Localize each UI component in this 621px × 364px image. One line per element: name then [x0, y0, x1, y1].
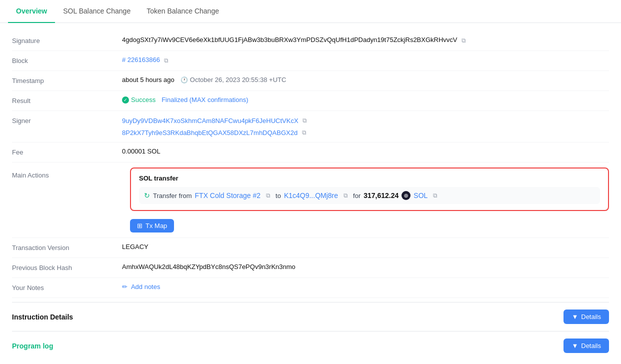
previous-block-hash-label: Previous Block Hash — [12, 263, 122, 272]
main-actions-label: Main Actions — [12, 168, 122, 179]
clock-icon: 🕐 — [180, 76, 188, 84]
previous-block-hash-row: Previous Block Hash AmhxWAQUk2dL48bqKZYp… — [12, 258, 609, 278]
fee-row: Fee 0.00001 SOL — [12, 142, 609, 162]
tx-map-grid-icon: ⊞ — [137, 222, 142, 230]
signer-2-link[interactable]: 8P2kX7Tyh9eS3RKdaBhqbEtQGAX58DXzL7mhDQAB… — [122, 129, 298, 136]
chevron-down-icon: ▼ — [572, 313, 578, 320]
block-link[interactable]: # 226163866 — [122, 56, 160, 64]
signature-row: Signature 4gdogSXt7y7iWv9CEV6e6eXk1bfUUG… — [12, 31, 609, 51]
pencil-icon: ✏ — [122, 283, 128, 290]
transfer-row: ↻ Transfer from FTX Cold Storage #2 ⧉ to… — [139, 187, 600, 204]
result-label: Result — [12, 96, 122, 104]
finalized-link[interactable]: Finalized (MAX confirmations) — [162, 96, 248, 104]
sol-currency-link[interactable]: SOL — [414, 192, 428, 200]
success-dot-icon: ✓ — [122, 96, 129, 104]
transfer-from-copy-icon[interactable]: ⧉ — [264, 191, 272, 200]
timestamp-row: Timestamp about 5 hours ago 🕐 October 26… — [12, 71, 609, 91]
transfer-from-link[interactable]: FTX Cold Storage #2 — [195, 192, 261, 200]
program-log-section: Program log ▼ Details — [12, 331, 609, 360]
signer-row-1: 9uyDy9VDBw4K7xoSkhmCAm8NAFCwu4pkF6JeHUCt… — [122, 116, 310, 125]
transfer-from-label: Transfer from — [153, 192, 192, 200]
your-notes-label: Your Notes — [12, 283, 122, 292]
timestamp-value: about 5 hours ago 🕐 October 26, 2023 20:… — [122, 76, 609, 84]
signature-copy-icon[interactable]: ⧉ — [460, 36, 468, 45]
chevron-down-icon-2: ▼ — [572, 342, 578, 350]
timestamp-relative: about 5 hours ago — [122, 76, 174, 84]
tabs-container: Overview SOL Balance Change Token Balanc… — [0, 0, 621, 23]
tab-overview[interactable]: Overview — [8, 0, 55, 23]
fee-amount: 0.00001 SOL — [122, 148, 160, 155]
tab-sol-balance-change[interactable]: SOL Balance Change — [55, 0, 138, 23]
instruction-details-title: Instruction Details — [12, 313, 73, 321]
block-copy-icon[interactable]: ⧉ — [162, 56, 171, 65]
fee-label: Fee — [12, 148, 122, 156]
result-row: Result ✓ Success Finalized (MAX confirma… — [12, 91, 609, 111]
main-actions-value: SOL transfer ↻ Transfer from FTX Cold St… — [130, 168, 609, 232]
transaction-version-value: LEGACY — [122, 243, 609, 250]
signer-2-copy-icon[interactable]: ⧉ — [300, 128, 308, 137]
program-log-title: Program log — [12, 342, 53, 350]
signer-1-link[interactable]: 9uyDy9VDBw4K7xoSkhmCAm8NAFCwu4pkF6JeHUCt… — [122, 117, 298, 124]
transfer-amount: 317,612.24 — [364, 192, 398, 200]
block-label: Block — [12, 56, 122, 64]
add-notes-link[interactable]: ✏ Add notes — [122, 283, 160, 290]
transaction-version-label: Transaction Version — [12, 243, 122, 252]
signature-label: Signature — [12, 36, 122, 44]
instruction-details-section: Instruction Details ▼ Details — [12, 302, 609, 331]
program-log-button[interactable]: ▼ Details — [564, 338, 609, 353]
transaction-version-row: Transaction Version LEGACY — [12, 238, 609, 258]
main-actions-row: Main Actions SOL transfer ↻ Transfer fro… — [12, 162, 609, 238]
signer-1-copy-icon[interactable]: ⧉ — [300, 116, 310, 125]
your-notes-value: ✏ Add notes — [122, 283, 609, 290]
signature-value: 4gdogSXt7y7iWv9CEV6e6eXk1bfUUG1FjABw3b3b… — [122, 36, 609, 45]
result-value: ✓ Success Finalized (MAX confirmations) — [122, 96, 609, 104]
sol-copy-icon[interactable]: ⧉ — [430, 191, 440, 200]
fee-value: 0.00001 SOL — [122, 148, 609, 155]
transfer-to-link[interactable]: K1c4Q9...QMj8re — [284, 192, 338, 200]
signer-values-container: 9uyDy9VDBw4K7xoSkhmCAm8NAFCwu4pkF6JeHUCt… — [122, 116, 310, 137]
previous-block-hash-value: AmhxWAQUk2dL48bqKZYpdBYc8nsQS7ePQv9n3rKn… — [122, 263, 609, 270]
main-content: Signature 4gdogSXt7y7iWv9CEV6e6eXk1bfUUG… — [0, 23, 621, 364]
tx-map-button[interactable]: ⊞ Tx Map — [130, 219, 174, 232]
block-value: # 226163866 ⧉ — [122, 56, 609, 65]
block-row: Block # 226163866 ⧉ — [12, 51, 609, 71]
instruction-details-button[interactable]: ▼ Details — [564, 310, 609, 324]
transfer-for-label: for — [353, 192, 360, 200]
transfer-to-copy-icon[interactable]: ⧉ — [341, 191, 350, 200]
signer-value: 9uyDy9VDBw4K7xoSkhmCAm8NAFCwu4pkF6JeHUCt… — [122, 116, 609, 137]
timestamp-label: Timestamp — [12, 76, 122, 84]
timestamp-absolute: 🕐 October 26, 2023 20:55:38 +UTC — [180, 76, 286, 84]
refresh-icon: ↻ — [144, 192, 150, 200]
signer-row-2: 8P2kX7Tyh9eS3RKdaBhqbEtQGAX58DXzL7mhDQAB… — [122, 128, 310, 137]
transfer-to-label: to — [276, 192, 281, 200]
signer-label: Signer — [12, 116, 122, 124]
your-notes-row: Your Notes ✏ Add notes — [12, 278, 609, 298]
action-box: SOL transfer ↻ Transfer from FTX Cold St… — [130, 168, 609, 211]
signer-row: Signer 9uyDy9VDBw4K7xoSkhmCAm8NAFCwu4pkF… — [12, 111, 609, 142]
action-box-title: SOL transfer — [139, 174, 600, 182]
tab-token-balance-change[interactable]: Token Balance Change — [138, 0, 227, 23]
success-badge: ✓ Success — [122, 96, 156, 104]
sol-icon: ◎ — [402, 191, 410, 200]
